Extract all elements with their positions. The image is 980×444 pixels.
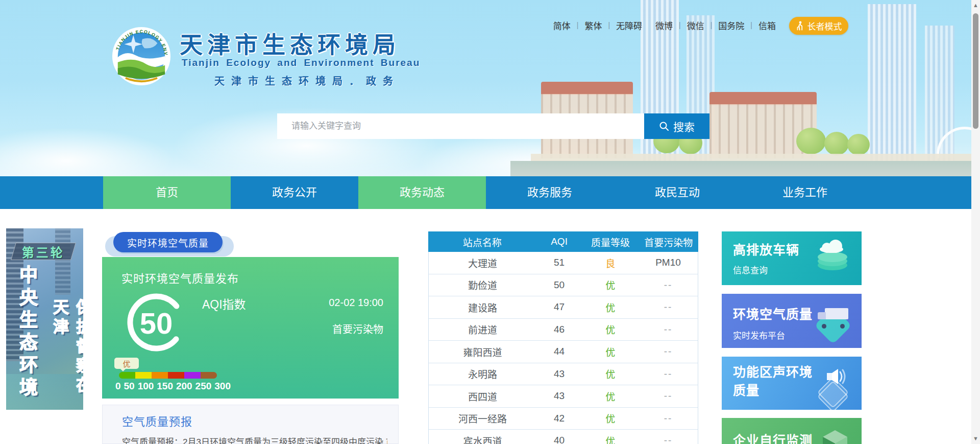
banner-ribbon-text: 第三轮 (22, 243, 65, 261)
aqi-timestamp: 02-02 19:00 (329, 297, 383, 309)
forecast-panel: 空气质量预报 空气质量预报：2月3日环境空气质量为三级轻度污染至四级中度污染,首… (102, 405, 399, 444)
link-separator: | (608, 21, 610, 29)
table-row-建设路[interactable]: 建设路47优-- (429, 296, 698, 319)
search-button[interactable]: 搜索 (644, 113, 709, 139)
pollutant-cell: -- (639, 413, 698, 424)
nav-item-业务工作[interactable]: 业务工作 (741, 176, 869, 209)
forecast-title: 空气质量预报 (122, 412, 192, 429)
search-bar: 搜索 (277, 113, 709, 139)
red-roof-shape (709, 92, 817, 105)
site-title-en: Tianjin Ecology and Environment Bureau (182, 57, 447, 68)
station-name-cell: 河西一经路 (429, 411, 536, 425)
pollutant-cell: -- (639, 390, 698, 402)
scrollbar-thumb[interactable] (973, 13, 978, 129)
speaker-shape (822, 367, 846, 387)
table-row-河西一经路[interactable]: 河西一经路42优-- (429, 408, 698, 430)
table-row-前进道[interactable]: 前进道46优-- (429, 319, 698, 341)
card-air-quality-platform[interactable]: 环境空气质量 实时发布平台 (722, 294, 862, 348)
search-input[interactable] (277, 113, 644, 139)
table-row-勤俭道[interactable]: 勤俭道50优-- (429, 274, 698, 297)
scroll-down-arrow[interactable]: ▼ (971, 434, 980, 443)
card-subtitle: 实时发布平台 (733, 329, 785, 341)
river-shape (510, 161, 971, 176)
aqi-value-cell: 51 (536, 257, 582, 268)
top-link-信箱[interactable]: 信箱 (758, 19, 776, 32)
top-link-微博[interactable]: 微博 (655, 19, 673, 32)
quick-links-group-1: 简体|繁体|无障碍 (553, 19, 642, 32)
cloud-shape (820, 239, 845, 252)
aqi-scale-segment (168, 372, 184, 379)
aqi-card-title: 实时环境空气质量发布 (121, 269, 239, 286)
aqi-scale-tick: 100 (138, 381, 154, 392)
vertical-scrollbar[interactable]: ▲ ▼ (971, 0, 980, 444)
aqi-grade-bubble: 优 (114, 358, 139, 369)
aqi-index-label: AQI指数 (202, 295, 246, 312)
table-row-大理道[interactable]: 大理道51良PM10 (429, 252, 698, 274)
nav-item-政务服务[interactable]: 政务服务 (486, 176, 614, 209)
nav-item-首页[interactable]: 首页 (103, 176, 231, 209)
aqi-value-cell: 43 (536, 390, 582, 402)
quick-links-group-2: 微博|微信|国务院|信箱 (655, 19, 776, 32)
grade-cell: 优 (582, 300, 639, 314)
red-roof-shape (541, 82, 633, 95)
tree-shape (824, 132, 849, 155)
station-name-cell: 西四道 (429, 389, 536, 403)
tab-realtime-air-quality[interactable]: 实时环境空气质量 (113, 232, 223, 252)
aqi-scale-tick: 300 (214, 381, 231, 392)
table-row-西四道[interactable]: 西四道43优-- (429, 385, 698, 408)
aqi-value-cell: 40 (536, 435, 582, 444)
link-separator: | (750, 21, 752, 29)
grade-cell: 优 (582, 345, 639, 359)
primary-pollutant-label: 首要污染物 (332, 321, 383, 336)
station-name-cell: 前进道 (429, 322, 536, 336)
aqi-value-cell: 43 (536, 368, 582, 380)
elder-mode-button[interactable]: 长者模式 (789, 17, 848, 35)
link-separator: | (710, 21, 713, 29)
aqi-value-cell: 47 (536, 301, 582, 313)
grade-cell: 良 (582, 256, 639, 270)
aqi-scale-tick: 50 (124, 381, 135, 392)
nav-item-政务动态[interactable]: 政务动态 (358, 176, 486, 209)
promenade-shape (531, 154, 971, 161)
aqi-scale-segment (152, 372, 168, 379)
card-noise-environment[interactable]: 功能区声环境质量 (722, 357, 862, 410)
cube-icon (812, 425, 854, 444)
nav-item-政民互动[interactable]: 政民互动 (614, 176, 741, 209)
banner-text-line2: 保护督察在天津 (48, 299, 83, 410)
site-subtitle: 天津市生态环境局．政务 (214, 73, 400, 88)
card-subtitle: 信息查询 (733, 263, 768, 276)
top-link-简体[interactable]: 简体 (553, 19, 571, 32)
table-row-雍阳西道[interactable]: 雍阳西道44优-- (429, 341, 698, 363)
card-high-emission-vehicles[interactable]: 高排放车辆 信息查询 (722, 231, 862, 285)
search-button-label: 搜索 (673, 119, 695, 134)
pollutant-cell: PM10 (639, 257, 698, 268)
grade-cell: 优 (582, 278, 639, 292)
pollutant-cell: -- (639, 301, 698, 313)
banner-ribbon: 第三轮 (11, 243, 76, 260)
card-enterprise-self-monitoring[interactable]: 企业自行监测 (722, 418, 862, 444)
grade-cell: 优 (582, 367, 639, 381)
top-link-微信[interactable]: 微信 (687, 19, 704, 32)
grade-cell: 优 (582, 389, 639, 403)
table-row-宾水西道[interactable]: 宾水西道40优-- (429, 430, 698, 444)
nav-item-政务公开[interactable]: 政务公开 (231, 176, 358, 209)
table-row-永明路[interactable]: 永明路43优-- (429, 363, 698, 386)
top-link-无障碍[interactable]: 无障碍 (616, 19, 642, 32)
tree-shape (796, 128, 826, 154)
top-link-繁体[interactable]: 繁体 (584, 19, 602, 32)
inspection-banner[interactable]: 第三轮 中央生态环境 保护督察在天津 (6, 228, 83, 410)
column-header-grade: 质量等级 (582, 235, 639, 249)
grade-cell: 优 (582, 434, 639, 444)
scroll-up-arrow[interactable]: ▲ (971, 1, 980, 10)
station-name-cell: 勤俭道 (429, 278, 536, 292)
link-separator: | (679, 21, 681, 29)
aqi-scale-segment (184, 372, 201, 379)
top-link-国务院[interactable]: 国务院 (718, 19, 744, 32)
elder-person-icon (796, 21, 804, 31)
skyscraper-shape (868, 4, 916, 176)
banner-text-line1: 中央生态环境 (13, 265, 40, 400)
station-name-cell: 永明路 (429, 367, 536, 381)
aqi-value-cell: 42 (536, 413, 582, 424)
link-separator: | (577, 21, 579, 29)
station-table: 站点名称 AQI 质量等级 首要污染物 大理道51良PM10勤俭道50优--建设… (428, 231, 698, 444)
